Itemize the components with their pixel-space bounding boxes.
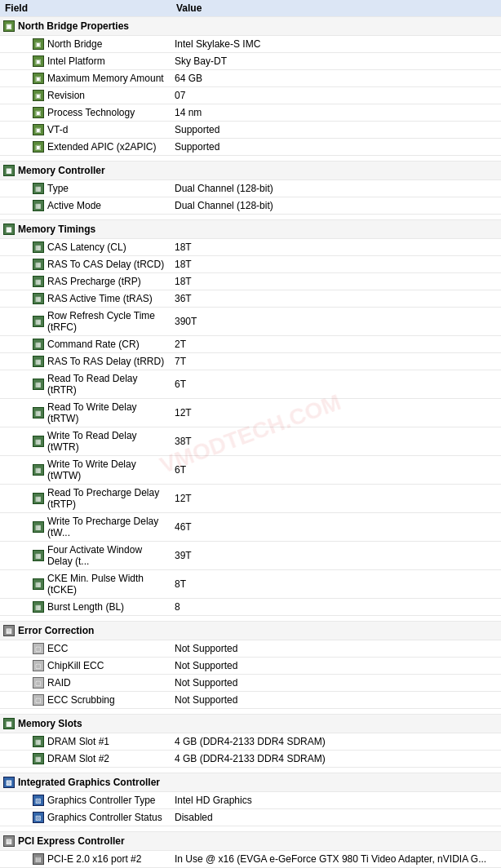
field-cell-pci-express-0: ▤PCI-E 2.0 x16 port #2 — [0, 851, 171, 868]
mem-icon: ▦ — [33, 753, 44, 764]
mem-icon: ▦ — [33, 316, 44, 327]
field-label: Process Technology — [47, 107, 135, 118]
field-label: North Bridge — [47, 38, 102, 50]
value-cell-memory-timings-13: 39T — [171, 542, 501, 570]
field-label: Graphics Controller Status — [47, 812, 162, 823]
field-label: RAS Active Time (tRAS) — [47, 293, 153, 304]
mem-icon: ▦ — [33, 200, 44, 211]
value-cell-memory-slots-1: 4 GB (DDR4-2133 DDR4 SDRAM) — [171, 751, 501, 768]
field-label: ChipKill ECC — [47, 660, 104, 671]
mem-icon: ▦ — [33, 241, 44, 253]
field-label: RAS Precharge (tRP) — [47, 276, 141, 287]
section-group-memory-controller: ▦Memory Controller — [0, 162, 501, 180]
field-cell-north-bridge-properties-0: ▣North Bridge — [0, 36, 171, 53]
table-row: ▢ECCNot Supported — [0, 640, 501, 658]
spacer-row — [0, 709, 501, 715]
value-cell-error-correction-1: Not Supported — [171, 658, 501, 675]
value-cell-north-bridge-properties-0: Intel Skylake-S IMC — [171, 36, 501, 53]
field-label: Active Mode — [47, 200, 101, 211]
mem-icon: ▦ — [33, 601, 44, 613]
field-label: Read To Precharge Delay (tRTP) — [47, 487, 168, 510]
field-cell-north-bridge-properties-5: ▣VT-d — [0, 122, 171, 139]
value-cell-memory-timings-7: 6T — [171, 370, 501, 399]
field-cell-memory-timings-6: ▦RAS To RAS Delay (tRRD) — [0, 353, 171, 370]
table-row: ▤PCI-E 2.0 x16 port #2In Use @ x16 (EVGA… — [0, 851, 501, 868]
field-cell-memory-timings-5: ▦Command Rate (CR) — [0, 336, 171, 353]
table-row: ▦Row Refresh Cycle Time (tRFC)390T — [0, 308, 501, 336]
field-cell-north-bridge-properties-4: ▣Process Technology — [0, 104, 171, 122]
value-cell-north-bridge-properties-5: Supported — [171, 122, 501, 139]
value-cell-memory-timings-4: 390T — [171, 308, 501, 336]
field-cell-memory-timings-1: ▦RAS To CAS Delay (tRCD) — [0, 256, 171, 273]
table-row: ▦Write To Write Delay (tWTW)6T — [0, 456, 501, 485]
table-row: ▧Graphics Controller StatusDisabled — [0, 809, 501, 826]
main-container: Field Value ▣North Bridge Properties▣Nor… — [0, 0, 501, 868]
section-group-memory-timings: ▦Memory Timings — [0, 220, 501, 239]
field-label: Extended APIC (x2APIC) — [47, 141, 156, 153]
field-label: RAID — [47, 677, 71, 689]
field-label: RAS To RAS Delay (tRRD) — [47, 356, 164, 367]
properties-table: Field Value ▣North Bridge Properties▣Nor… — [0, 0, 501, 868]
mem-icon: ▦ — [33, 183, 44, 194]
field-cell-memory-timings-9: ▦Write To Read Delay (tWTR) — [0, 427, 171, 456]
table-row: ▦CKE Min. Pulse Width (tCKE)8T — [0, 570, 501, 599]
section-group-pci-express: ▤PCI Express Controller — [0, 832, 501, 851]
field-cell-error-correction-2: ▢RAID — [0, 675, 171, 692]
field-cell-error-correction-0: ▢ECC — [0, 640, 171, 658]
mem-icon: ▦ — [33, 259, 44, 270]
field-label: Four Activate Window Delay (t... — [47, 544, 168, 567]
value-cell-memory-slots-0: 4 GB (DDR4-2133 DDR4 SDRAM) — [171, 733, 501, 751]
table-row: ▢RAIDNot Supported — [0, 675, 501, 692]
chip-icon: ▣ — [33, 90, 44, 101]
section-label: PCI Express Controller — [18, 835, 125, 847]
field-label: RAS To CAS Delay (tRCD) — [47, 259, 164, 270]
table-row: ▦Read To Write Delay (tRTW)12T — [0, 399, 501, 427]
field-label: Revision — [47, 90, 85, 101]
table-row: ▣Process Technology14 nm — [0, 104, 501, 122]
section-icon: ▤ — [33, 853, 44, 865]
table-row: ▦Write To Precharge Delay (tW...46T — [0, 513, 501, 542]
field-label: ECC — [47, 643, 68, 654]
field-label: Write To Write Delay (tWTW) — [47, 458, 168, 481]
ecc-icon: ▢ — [33, 694, 44, 706]
value-cell-memory-timings-2: 18T — [171, 273, 501, 290]
table-row: ▦Four Activate Window Delay (t...39T — [0, 542, 501, 570]
field-cell-memory-timings-8: ▦Read To Write Delay (tRTW) — [0, 399, 171, 427]
field-cell-north-bridge-properties-6: ▣Extended APIC (x2APIC) — [0, 139, 171, 156]
field-cell-memory-timings-2: ▦RAS Precharge (tRP) — [0, 273, 171, 290]
table-row: ▦Active ModeDual Channel (128-bit) — [0, 197, 501, 215]
value-cell-error-correction-2: Not Supported — [171, 675, 501, 692]
field-label: CKE Min. Pulse Width (tCKE) — [47, 573, 168, 596]
field-cell-error-correction-3: ▢ECC Scrubbing — [0, 692, 171, 709]
field-cell-integrated-graphics-1: ▧Graphics Controller Status — [0, 809, 171, 826]
value-cell-error-correction-3: Not Supported — [171, 692, 501, 709]
mem-icon: ▦ — [33, 379, 44, 390]
field-cell-memory-timings-15: ▦Burst Length (BL) — [0, 599, 171, 616]
value-cell-memory-timings-8: 12T — [171, 399, 501, 427]
field-label: DRAM Slot #2 — [47, 753, 109, 764]
value-cell-error-correction-0: Not Supported — [171, 640, 501, 658]
table-row: ▣VT-dSupported — [0, 122, 501, 139]
table-header: Field Value — [0, 0, 501, 17]
field-label: Type — [47, 183, 69, 194]
chip-icon: ▣ — [33, 124, 44, 135]
value-cell-north-bridge-properties-1: Sky Bay-DT — [171, 53, 501, 70]
value-cell-memory-controller-0: Dual Channel (128-bit) — [171, 180, 501, 197]
mem-icon: ▦ — [33, 436, 44, 447]
section-group-north-bridge-properties: ▣North Bridge Properties — [0, 17, 501, 36]
section-label: Error Correction — [18, 625, 94, 636]
field-cell-memory-timings-13: ▦Four Activate Window Delay (t... — [0, 542, 171, 570]
table-row: ▢ChipKill ECCNot Supported — [0, 658, 501, 675]
field-cell-memory-timings-11: ▦Read To Precharge Delay (tRTP) — [0, 485, 171, 513]
table-row: ▦CAS Latency (CL)18T — [0, 239, 501, 256]
value-cell-memory-controller-1: Dual Channel (128-bit) — [171, 197, 501, 215]
value-cell-memory-timings-6: 7T — [171, 353, 501, 370]
section-icon: ▤ — [3, 625, 15, 636]
field-cell-north-bridge-properties-1: ▣Intel Platform — [0, 53, 171, 70]
field-cell-north-bridge-properties-3: ▣Revision — [0, 87, 171, 104]
value-cell-memory-timings-5: 2T — [171, 336, 501, 353]
mem-icon: ▦ — [33, 339, 44, 350]
value-cell-integrated-graphics-0: Intel HD Graphics — [171, 792, 501, 809]
section-label: Integrated Graphics Controller — [18, 777, 160, 788]
value-cell-memory-timings-15: 8 — [171, 599, 501, 616]
